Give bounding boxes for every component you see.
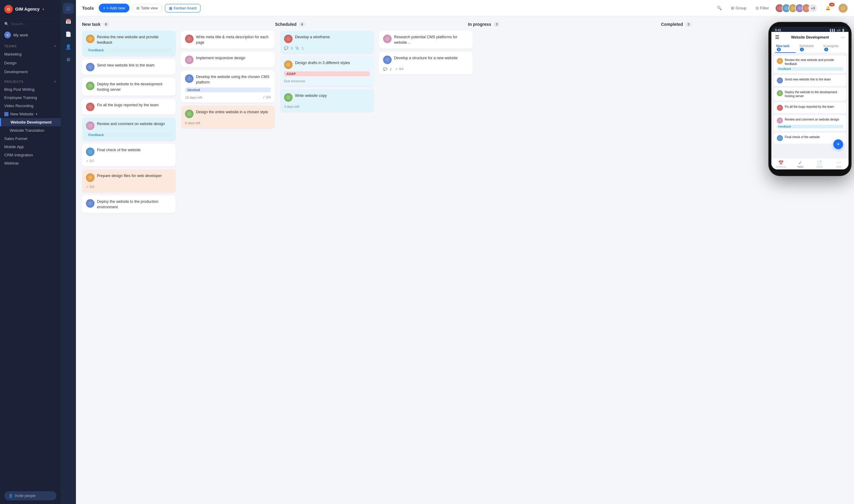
search-icon: 🔍 (717, 6, 722, 10)
task-card[interactable]: Fix all the bugs reported by the team (82, 99, 176, 114)
task-card[interactable]: Develop the website using the chosen CMS… (181, 70, 275, 103)
card-title: Research potential CMS platforms for web… (394, 35, 469, 45)
task-card[interactable]: Design the entire website in a chosen st… (181, 106, 275, 128)
card-title: Send new website link to the team (785, 77, 831, 82)
phone-nav-tasks[interactable]: ✓ Tasks (791, 160, 810, 168)
user-avatar[interactable] (838, 3, 848, 13)
card-title: Fix all the bugs reported by the team (97, 103, 159, 108)
phone-tab-scheduled[interactable]: Scheduled 4 (798, 42, 820, 53)
search-button[interactable]: 🔍 (714, 4, 725, 12)
column-count: 8 (103, 22, 109, 27)
group-button[interactable]: ⊞ Group (728, 4, 749, 12)
sidebar-item-label: Marketing (4, 52, 21, 56)
column-title: Scheduled (275, 22, 297, 27)
card-title: Review the new website and provide feedb… (785, 58, 843, 66)
avatar: U (4, 32, 11, 38)
task-card[interactable]: Send new website link to the team (82, 59, 176, 75)
search-bar[interactable]: 🔍 (0, 19, 61, 29)
notifications-button[interactable]: 🔔 16 (822, 4, 833, 12)
sidebar-project-mobile[interactable]: Mobile App (0, 143, 61, 151)
task-card[interactable]: Implement responsive design (181, 52, 275, 67)
sidebar-item-development[interactable]: Development (0, 67, 61, 76)
add-project-button[interactable]: + (54, 79, 56, 84)
task-card[interactable]: Research potential CMS platforms for web… (379, 31, 473, 49)
phone-card[interactable]: Fix all the bugs reported by the team (774, 102, 846, 113)
sidebar-project-video[interactable]: Video Recording (0, 102, 61, 110)
avatar (86, 199, 94, 208)
hamburger-icon[interactable]: ☰ (775, 34, 779, 40)
phone-nav-schedule[interactable]: 📅 Schedule (771, 160, 791, 168)
tasks-icon-button[interactable]: ☑ (63, 3, 74, 14)
phone-tab-in-progress[interactable]: In progress 3 (822, 42, 845, 53)
notes-icon-button[interactable]: 📄 (63, 29, 74, 39)
avatar (86, 63, 94, 71)
card-title: Develop the website using the chosen CMS… (196, 74, 271, 85)
phone-card[interactable]: Review the new website and provide feedb… (774, 56, 846, 73)
sidebar-logo[interactable]: G GIM Agency ▾ (0, 0, 61, 19)
filter-button[interactable]: ⊟ Filter (752, 4, 772, 12)
task-card[interactable]: Final check of the website ✓ 0/7 (82, 144, 176, 166)
toolbar: Tools + + Add new ⊞ Table view ▦ Kanban … (76, 0, 854, 16)
add-team-button[interactable]: + (54, 44, 56, 49)
person-icon-button[interactable]: 👤 (63, 41, 74, 52)
person-icon: 👤 (8, 494, 13, 498)
invite-people-button[interactable]: 👤 Invite people (4, 491, 56, 500)
phone-frame: 9:41 ▌▌▌ wifi 🔋 ☰ Website Development ⋯ … (769, 22, 851, 176)
sidebar-item-label: Blog Post Writing (4, 87, 34, 92)
search-input[interactable] (11, 21, 56, 26)
column-new-task: Review the new website and provide feedb… (82, 31, 176, 498)
sidebar-item-design[interactable]: Design (0, 59, 61, 67)
sidebar-project-blog[interactable]: Blog Post Writing (0, 85, 61, 93)
task-card[interactable]: Prepare design files for web developer ✓… (82, 169, 176, 192)
sidebar-project-sales[interactable]: Sales Funnel (0, 134, 61, 143)
phone-status-icons: ▌▌▌ wifi 🔋 (830, 29, 845, 32)
task-card[interactable]: Write website copy 3 days left (280, 89, 374, 112)
task-card[interactable]: Deploy the website to the production env… (82, 195, 176, 213)
phone-card[interactable]: Review and comment on website design Fee… (774, 115, 846, 131)
sidebar-subitem-website-development[interactable]: Website Development (0, 118, 61, 126)
board-area: New task 8 Scheduled 4 In progress 3 Com… (76, 16, 854, 504)
task-card[interactable]: Review the new website and provide feedb… (82, 31, 176, 56)
comment-icon: 💬 (284, 46, 288, 50)
team-avatars: +3 (775, 4, 818, 13)
task-card[interactable]: Design drafts in 3 different styles ASAP… (280, 56, 374, 86)
card-title: Final check of the website (785, 135, 820, 139)
more-options-icon[interactable]: ⋯ (841, 35, 845, 40)
phone-overlay: 9:41 ▌▌▌ wifi 🔋 ☰ Website Development ⋯ … (769, 22, 851, 176)
my-work-item[interactable]: U My work (0, 29, 61, 41)
calendar-icon-button[interactable]: 📅 (63, 16, 74, 27)
add-new-button[interactable]: + + Add new (99, 4, 129, 13)
phone-nav-notes[interactable]: 📄 Notes (810, 160, 830, 168)
avatar (383, 35, 391, 43)
tools-label: Tools (82, 5, 94, 11)
sidebar-subitem-website-translation[interactable]: Website Translation (0, 126, 61, 134)
task-card[interactable]: Develop a wireframe 💬 3 📎 1 (280, 31, 374, 53)
phone-tab-new-task[interactable]: New task 8 (775, 42, 796, 53)
tag-feedback: Feedback (86, 132, 172, 137)
table-view-button[interactable]: ⊞ Table view (133, 4, 162, 13)
card-title: Write website copy (295, 93, 327, 99)
phone-nav-more[interactable]: ⋯ More (830, 160, 849, 168)
card-title: Deploy the website to the development ho… (97, 82, 172, 92)
sidebar-item-marketing[interactable]: Marketing (0, 50, 61, 59)
sidebar-item-label: Design (4, 61, 16, 65)
settings-icon-button[interactable]: ⚙ (63, 54, 74, 65)
task-card[interactable]: Deploy the website to the development ho… (82, 78, 176, 96)
kanban-board-button[interactable]: ▦ Kanban board (165, 4, 201, 13)
task-card[interactable]: Develop a structure for a new website 💬 … (379, 52, 473, 74)
sidebar-project-training[interactable]: Employee Training (0, 93, 61, 102)
check-count: ✓ 0/4 (262, 95, 271, 99)
avatar (86, 122, 94, 130)
phone-card[interactable]: Deploy the website to the development ho… (774, 88, 846, 101)
battery-icon: 🔋 (841, 29, 845, 32)
sidebar-project-webinar[interactable]: Webinar (0, 159, 61, 167)
phone-card[interactable]: Send new website link to the team (774, 75, 846, 86)
task-card[interactable]: Write meta title & meta description for … (181, 31, 275, 49)
nav-label: Schedule (776, 165, 786, 168)
tab-badge: 3 (824, 48, 828, 51)
task-card[interactable]: Review and comment on website design Fee… (82, 118, 176, 141)
sidebar-project-crm[interactable]: CRM Integration (0, 151, 61, 159)
fab-add-button[interactable]: + (833, 139, 843, 149)
sidebar-item-label: CRM Integration (4, 153, 33, 157)
sidebar-project-new-website[interactable]: New Website ▾ (0, 110, 61, 118)
